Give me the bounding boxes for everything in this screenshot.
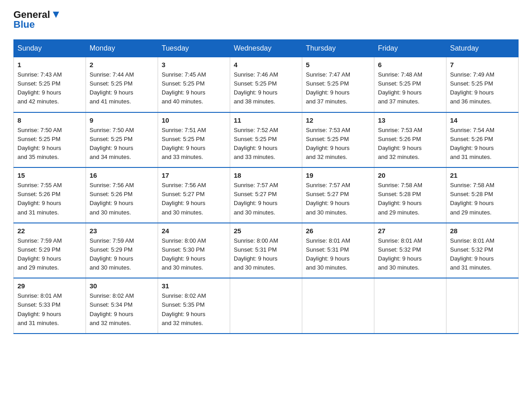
calendar-cell: 30Sunrise: 8:02 AMSunset: 5:34 PMDayligh… [86, 278, 158, 334]
day-number: 2 [90, 61, 154, 68]
day-info: Sunrise: 7:55 AMSunset: 5:26 PMDaylight:… [17, 181, 82, 217]
day-info: Sunrise: 7:46 AMSunset: 5:25 PMDaylight:… [234, 70, 298, 107]
header-wednesday: Wednesday [230, 40, 302, 57]
header-friday: Friday [374, 40, 446, 57]
calendar-cell: 29Sunrise: 8:01 AMSunset: 5:33 PMDayligh… [14, 278, 86, 334]
day-number: 12 [306, 116, 370, 124]
header-thursday: Thursday [302, 40, 374, 57]
day-info: Sunrise: 7:53 AMSunset: 5:25 PMDaylight:… [306, 126, 370, 162]
day-info: Sunrise: 7:58 AMSunset: 5:28 PMDaylight:… [378, 181, 442, 217]
calendar-cell: 16Sunrise: 7:56 AMSunset: 5:26 PMDayligh… [86, 167, 158, 223]
day-info: Sunrise: 7:44 AMSunset: 5:25 PMDaylight:… [90, 70, 154, 107]
calendar-cell: 4Sunrise: 7:46 AMSunset: 5:25 PMDaylight… [230, 57, 302, 112]
calendar-cell [302, 278, 374, 334]
calendar-week-row-4: 22Sunrise: 7:59 AMSunset: 5:29 PMDayligh… [14, 223, 519, 278]
day-info: Sunrise: 7:47 AMSunset: 5:25 PMDaylight:… [306, 70, 370, 107]
logo-blue: Blue [13, 19, 35, 30]
day-number: 31 [162, 282, 226, 290]
calendar-cell: 31Sunrise: 8:02 AMSunset: 5:35 PMDayligh… [158, 278, 230, 334]
day-number: 29 [17, 282, 82, 290]
calendar-cell [230, 278, 302, 334]
day-number: 23 [90, 227, 154, 235]
calendar-cell: 27Sunrise: 8:01 AMSunset: 5:32 PMDayligh… [374, 223, 446, 278]
calendar-cell: 3Sunrise: 7:45 AMSunset: 5:25 PMDaylight… [158, 57, 230, 112]
day-info: Sunrise: 7:59 AMSunset: 5:29 PMDaylight:… [17, 236, 82, 273]
day-number: 30 [90, 282, 154, 290]
calendar-cell: 25Sunrise: 8:00 AMSunset: 5:31 PMDayligh… [230, 223, 302, 278]
day-info: Sunrise: 7:50 AMSunset: 5:25 PMDaylight:… [90, 126, 154, 162]
day-number: 9 [90, 116, 154, 124]
header-tuesday: Tuesday [158, 40, 230, 57]
day-number: 15 [17, 171, 82, 179]
calendar-cell: 10Sunrise: 7:51 AMSunset: 5:25 PMDayligh… [158, 112, 230, 168]
day-info: Sunrise: 7:54 AMSunset: 5:26 PMDaylight:… [450, 126, 515, 162]
day-info: Sunrise: 7:51 AMSunset: 5:25 PMDaylight:… [162, 126, 226, 162]
day-info: Sunrise: 7:52 AMSunset: 5:25 PMDaylight:… [234, 126, 298, 162]
calendar-table: Sunday Monday Tuesday Wednesday Thursday… [13, 39, 519, 334]
calendar-cell: 11Sunrise: 7:52 AMSunset: 5:25 PMDayligh… [230, 112, 302, 168]
calendar-cell: 2Sunrise: 7:44 AMSunset: 5:25 PMDaylight… [86, 57, 158, 112]
calendar-cell: 26Sunrise: 8:01 AMSunset: 5:31 PMDayligh… [302, 223, 374, 278]
day-number: 7 [450, 61, 515, 68]
calendar-cell: 15Sunrise: 7:55 AMSunset: 5:26 PMDayligh… [14, 167, 86, 223]
weekday-header-row: Sunday Monday Tuesday Wednesday Thursday… [14, 40, 519, 57]
calendar-cell: 23Sunrise: 7:59 AMSunset: 5:29 PMDayligh… [86, 223, 158, 278]
day-number: 28 [450, 227, 515, 235]
day-number: 5 [306, 61, 370, 68]
calendar-cell: 13Sunrise: 7:53 AMSunset: 5:26 PMDayligh… [374, 112, 446, 168]
day-info: Sunrise: 7:50 AMSunset: 5:25 PMDaylight:… [17, 126, 82, 162]
calendar-cell: 1Sunrise: 7:43 AMSunset: 5:25 PMDaylight… [14, 57, 86, 112]
calendar-cell: 9Sunrise: 7:50 AMSunset: 5:25 PMDaylight… [86, 112, 158, 168]
day-info: Sunrise: 8:01 AMSunset: 5:31 PMDaylight:… [306, 236, 370, 273]
day-info: Sunrise: 7:57 AMSunset: 5:27 PMDaylight:… [306, 181, 370, 217]
day-number: 3 [162, 61, 226, 68]
calendar-cell: 6Sunrise: 7:48 AMSunset: 5:25 PMDaylight… [374, 57, 446, 112]
calendar-cell: 22Sunrise: 7:59 AMSunset: 5:29 PMDayligh… [14, 223, 86, 278]
day-number: 16 [90, 171, 154, 179]
calendar-cell [374, 278, 446, 334]
day-info: Sunrise: 7:56 AMSunset: 5:27 PMDaylight:… [162, 181, 226, 217]
day-info: Sunrise: 7:58 AMSunset: 5:28 PMDaylight:… [450, 181, 515, 217]
logo: General Blue [13, 9, 61, 30]
header-sunday: Sunday [14, 40, 86, 57]
header-saturday: Saturday [446, 40, 519, 57]
calendar-cell: 7Sunrise: 7:49 AMSunset: 5:25 PMDaylight… [446, 57, 519, 112]
calendar-cell: 24Sunrise: 8:00 AMSunset: 5:30 PMDayligh… [158, 223, 230, 278]
day-number: 4 [234, 61, 298, 68]
logo-container: General Blue [13, 9, 61, 30]
svg-marker-0 [53, 12, 59, 18]
calendar-week-row-1: 1Sunrise: 7:43 AMSunset: 5:25 PMDaylight… [14, 57, 519, 112]
calendar-cell: 28Sunrise: 8:01 AMSunset: 5:32 PMDayligh… [446, 223, 519, 278]
page-header: General Blue [13, 9, 519, 30]
day-number: 24 [162, 227, 226, 235]
day-info: Sunrise: 7:45 AMSunset: 5:25 PMDaylight:… [162, 70, 226, 107]
day-number: 14 [450, 116, 515, 124]
calendar-cell: 12Sunrise: 7:53 AMSunset: 5:25 PMDayligh… [302, 112, 374, 168]
day-info: Sunrise: 8:01 AMSunset: 5:33 PMDaylight:… [17, 291, 82, 328]
calendar-week-row-2: 8Sunrise: 7:50 AMSunset: 5:25 PMDaylight… [14, 112, 519, 168]
calendar-cell: 21Sunrise: 7:58 AMSunset: 5:28 PMDayligh… [446, 167, 519, 223]
day-number: 22 [17, 227, 82, 235]
day-info: Sunrise: 7:48 AMSunset: 5:25 PMDaylight:… [378, 70, 442, 107]
day-number: 17 [162, 171, 226, 179]
day-info: Sunrise: 8:02 AMSunset: 5:34 PMDaylight:… [90, 291, 154, 328]
calendar-cell: 18Sunrise: 7:57 AMSunset: 5:27 PMDayligh… [230, 167, 302, 223]
day-number: 27 [378, 227, 442, 235]
day-number: 26 [306, 227, 370, 235]
day-number: 1 [17, 61, 82, 68]
calendar-week-row-5: 29Sunrise: 8:01 AMSunset: 5:33 PMDayligh… [14, 278, 519, 334]
calendar-body: 1Sunrise: 7:43 AMSunset: 5:25 PMDaylight… [14, 57, 519, 334]
day-info: Sunrise: 7:56 AMSunset: 5:26 PMDaylight:… [90, 181, 154, 217]
day-info: Sunrise: 7:53 AMSunset: 5:26 PMDaylight:… [378, 126, 442, 162]
day-number: 10 [162, 116, 226, 124]
day-number: 18 [234, 171, 298, 179]
day-info: Sunrise: 7:43 AMSunset: 5:25 PMDaylight:… [17, 70, 82, 107]
calendar-cell: 14Sunrise: 7:54 AMSunset: 5:26 PMDayligh… [446, 112, 519, 168]
calendar-cell: 20Sunrise: 7:58 AMSunset: 5:28 PMDayligh… [374, 167, 446, 223]
calendar-cell: 17Sunrise: 7:56 AMSunset: 5:27 PMDayligh… [158, 167, 230, 223]
day-info: Sunrise: 8:00 AMSunset: 5:30 PMDaylight:… [162, 236, 226, 273]
day-info: Sunrise: 7:59 AMSunset: 5:29 PMDaylight:… [90, 236, 154, 273]
day-number: 8 [17, 116, 82, 124]
day-info: Sunrise: 8:01 AMSunset: 5:32 PMDaylight:… [378, 236, 442, 273]
day-number: 25 [234, 227, 298, 235]
